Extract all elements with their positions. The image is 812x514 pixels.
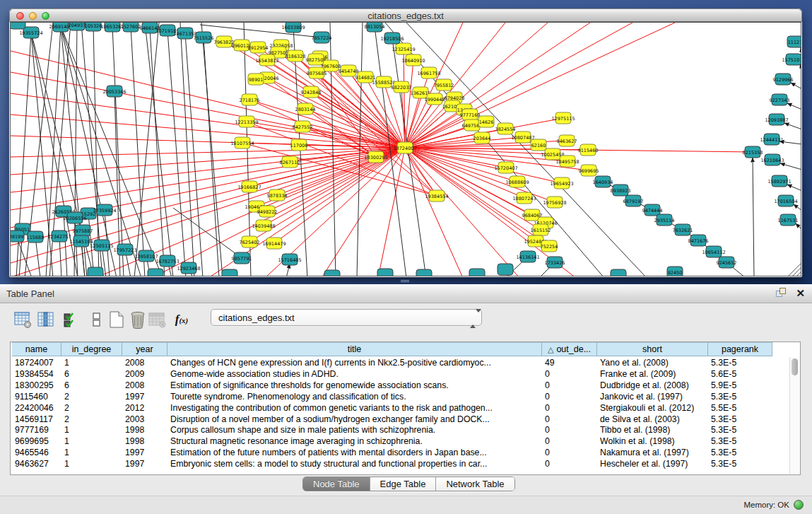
cell-year[interactable]: 2009	[125, 369, 166, 379]
graph-node[interactable]: 9115460	[578, 144, 599, 156]
graph-node[interactable]	[88, 267, 103, 276]
cell-pagerank[interactable]: 5.3E-5	[711, 436, 771, 446]
column-header-name[interactable]: name	[12, 342, 61, 356]
function-builder-icon[interactable]: f(x)	[172, 310, 191, 329]
graph-node[interactable]: 115688	[27, 231, 45, 243]
cell-in_degree[interactable]: 1	[64, 459, 121, 469]
tab-edge-table[interactable]: Edge Table	[370, 477, 437, 491]
cell-pagerank[interactable]: 5.5E-5	[711, 403, 771, 413]
graph-node[interactable]: 9227343	[770, 94, 790, 105]
graph-node[interactable]	[222, 269, 237, 276]
graph-node[interactable]: 9975887	[73, 225, 93, 236]
graph-node[interactable]: 9777169	[460, 109, 481, 120]
graph-node[interactable]: 16914479	[262, 238, 286, 249]
cell-name[interactable]: 14569117	[15, 414, 60, 424]
merge-rows-icon[interactable]	[88, 310, 106, 329]
graph-node[interactable]	[416, 269, 432, 276]
graph-node[interactable]	[498, 264, 513, 275]
column-header-short[interactable]: short	[597, 342, 708, 356]
table-panel-header[interactable]: Table Panel ✕	[0, 284, 812, 303]
vertical-scrollbar[interactable]	[789, 357, 799, 474]
cell-year[interactable]: 2008	[125, 358, 166, 368]
cell-name[interactable]: 18724007	[15, 358, 60, 368]
cell-name[interactable]: 9699695	[15, 436, 60, 446]
node-table[interactable]: namein_degreeyeartitle△out_de...shortpag…	[10, 341, 801, 475]
graph-node[interactable]: 62160	[531, 139, 546, 151]
table-row[interactable]: 977716911998Corpus callosum shape and si…	[11, 424, 772, 436]
cell-title[interactable]: Embryonic stem cells: a model to study s…	[170, 459, 541, 469]
graph-node[interactable]: 9498222	[257, 206, 278, 217]
graph-node[interactable]: 16961758	[417, 67, 440, 78]
graph-node[interactable]: 15720407	[494, 162, 517, 173]
table-header-row[interactable]: namein_degreeyeartitle△out_de...shortpag…	[11, 342, 772, 356]
cell-name[interactable]: 9115460	[15, 392, 60, 402]
column-header-out_de[interactable]: △out_de...	[542, 342, 597, 356]
graph-node[interactable]: 15716485	[278, 254, 301, 265]
graph-node[interactable]: 3824554	[495, 123, 516, 134]
table-row[interactable]: 1456911722003Disruption of a novel membe…	[11, 414, 772, 425]
graph-node[interactable]: 9245652	[717, 257, 737, 268]
cell-year[interactable]: 1998	[125, 436, 166, 446]
graph-node[interactable]: 1527602	[121, 23, 141, 32]
cell-year[interactable]: 1997	[125, 448, 166, 457]
cell-in_degree[interactable]: 1	[64, 436, 121, 446]
cell-out_de[interactable]: 0	[545, 459, 596, 469]
graph-node[interactable]: 39199	[11, 230, 24, 242]
graph-node[interactable]: 19384554	[425, 190, 448, 201]
graph-node[interactable]	[148, 269, 163, 276]
cell-in_degree[interactable]: 2	[64, 403, 121, 413]
cell-title[interactable]: Corpus callosum shape and size in male p…	[170, 425, 541, 435]
graph-node[interactable]: 14039488	[252, 220, 275, 231]
graph-node[interactable]: 204937	[69, 23, 86, 30]
graph-node[interactable]: 203644	[473, 132, 491, 144]
graph-node[interactable]	[611, 269, 626, 276]
cell-short[interactable]: Tibbo et al. (1998)	[600, 425, 707, 435]
table-row[interactable]: 911546021997Tourette syndrome. Phenomeno…	[11, 391, 772, 402]
graph-node[interactable]: 9699695	[579, 165, 599, 176]
cell-pagerank[interactable]: 5.3E-5	[711, 448, 771, 457]
cell-name[interactable]: 22420046	[15, 403, 60, 413]
graph-node[interactable]: 7857224	[312, 32, 332, 43]
graph-node[interactable]: 12325419	[392, 43, 415, 54]
cell-short[interactable]: Franke et al. (2009)	[600, 369, 707, 379]
column-header-pagerank[interactable]: pagerank	[708, 342, 772, 356]
graph-node[interactable]: 16782753	[155, 255, 179, 267]
graph-node[interactable]: 7625402	[240, 236, 260, 247]
graph-node[interactable]: 7632621	[673, 224, 693, 235]
graph-node[interactable]: 8267110	[280, 156, 300, 168]
graph-node[interactable]: 1733426	[545, 257, 565, 268]
graph-node[interactable]: 9129966	[773, 74, 794, 85]
cell-title[interactable]: Changes of HCN gene expression and I(f) …	[170, 358, 541, 368]
graph-node[interactable]: 12213359	[235, 116, 258, 127]
graph-node[interactable]: 11123	[787, 36, 801, 47]
graph-node[interactable]: 8938923	[611, 185, 631, 196]
cell-title[interactable]: Tourette syndrome. Phenomenology and cla…	[170, 392, 541, 402]
cell-in_degree[interactable]: 6	[64, 369, 121, 379]
cell-out_de[interactable]: 0	[545, 380, 596, 390]
graph-node[interactable]: 8186328	[286, 50, 306, 62]
cell-title[interactable]: Estimation of significance thresholds fo…	[170, 380, 541, 390]
close-panel-icon[interactable]: ✕	[796, 288, 805, 299]
cell-out_de[interactable]: 0	[545, 414, 596, 424]
graph-node[interactable]: 5878334	[267, 189, 288, 201]
tab-network-table[interactable]: Network Table	[436, 477, 514, 491]
graph-node[interactable]: 6879197	[623, 195, 644, 206]
graph-node[interactable]: 9242848	[301, 86, 322, 98]
graph-node[interactable]: 12342757	[47, 230, 71, 242]
cell-name[interactable]: 19384554	[15, 369, 60, 379]
cell-title[interactable]: Structural magnetic resonance image aver…	[170, 436, 541, 446]
cell-year[interactable]: 2008	[125, 380, 166, 390]
table-select-dropdown[interactable]: citations_edges.txt	[211, 309, 482, 326]
resize-grip-icon[interactable]	[788, 264, 801, 276]
graph-node[interactable]	[377, 269, 393, 276]
cell-year[interactable]: 1997	[125, 392, 166, 402]
import-table-disabled-icon[interactable]	[148, 310, 167, 329]
graph-node[interactable]: 752254	[541, 240, 558, 252]
graph-node[interactable]: 12923468	[177, 262, 200, 274]
cell-title[interactable]: Estimation of the future numbers of pati…	[170, 448, 541, 457]
cell-short[interactable]: Dudbridge et al. (2008)	[600, 380, 707, 390]
scrollbar-thumb[interactable]	[792, 358, 798, 375]
cell-year[interactable]: 1998	[125, 425, 166, 435]
cell-name[interactable]: 18300295	[15, 380, 60, 390]
table-row[interactable]: 1872400712008Changes of HCN gene express…	[11, 357, 772, 368]
